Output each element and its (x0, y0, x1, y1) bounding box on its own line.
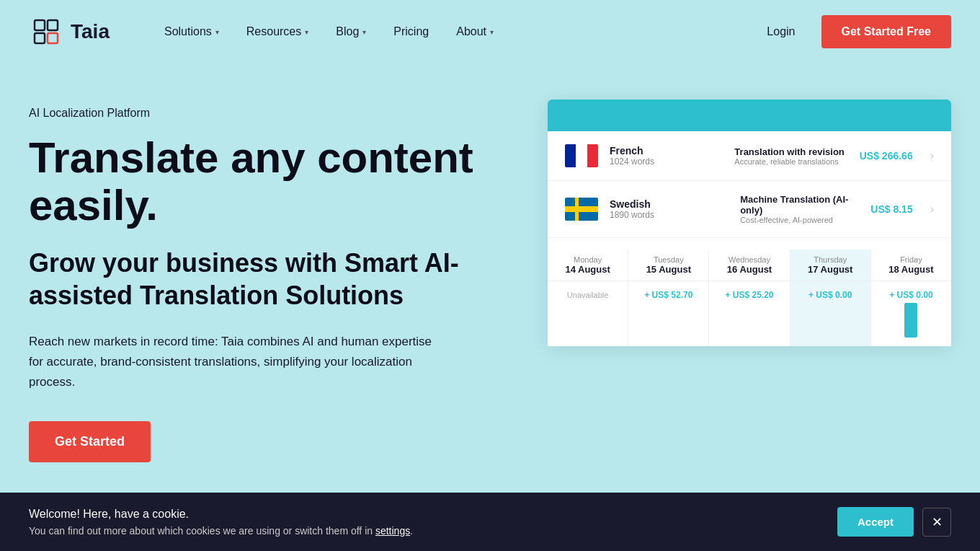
cal-cell-mon: Unavailable (548, 281, 628, 346)
lang-name: French (610, 145, 723, 157)
service-desc: Accurate, reliable translations (734, 157, 847, 166)
lang-info-french: French 1024 words (610, 145, 723, 167)
svg-rect-2 (35, 33, 45, 43)
hero-headline: Translate any content easily. (29, 134, 519, 229)
login-button[interactable]: Login (755, 18, 806, 45)
calendar-header: Monday 14 August Tuesday 15 August Wedne… (548, 250, 951, 281)
settings-link[interactable]: settings (375, 525, 410, 537)
service-desc: Cost-effective, AI-powered (740, 216, 859, 224)
lang-words: 1890 words (610, 210, 729, 220)
cookie-actions: Accept ✕ (837, 507, 951, 537)
svg-rect-1 (48, 20, 58, 30)
logo-text: Taia (71, 20, 110, 43)
table-row: French 1024 words Translation with revis… (548, 131, 951, 181)
dashboard-header (548, 100, 951, 131)
calendar-body: Unavailable + US$ 52.70 + US$ 25.20 + US… (548, 281, 951, 346)
hero-description: Reach new markets in record time: Taia c… (29, 332, 432, 392)
cookie-text: Welcome! Here, have a cookie. You can fi… (29, 508, 823, 537)
cal-cell-thu[interactable]: + US$ 0.00 (790, 281, 871, 346)
logo-link[interactable]: Taia (29, 14, 110, 49)
svg-rect-0 (35, 20, 45, 30)
cal-cell-tue[interactable]: + US$ 52.70 (628, 281, 709, 346)
flag-french (565, 144, 598, 167)
cookie-description: You can find out more about which cookie… (29, 525, 823, 537)
dashboard-card: French 1024 words Translation with revis… (548, 100, 951, 346)
cal-col-thu: Thursday 17 August (790, 250, 871, 281)
service-name: Machine Translation (AI-only) (740, 194, 859, 216)
service-info-french: Translation with revision Accurate, reli… (734, 146, 847, 166)
hero-subheadline: Grow your business with Smart AI-assiste… (29, 247, 519, 312)
accept-cookie-button[interactable]: Accept (837, 507, 914, 537)
chevron-down-icon: ▾ (215, 28, 219, 36)
hero-left: AI Localization Platform Translate any c… (29, 92, 519, 462)
cookie-title: Welcome! Here, have a cookie. (29, 508, 823, 521)
lang-info-swedish: Swedish 1890 words (610, 198, 729, 220)
table-row: Swedish 1890 words Machine Translation (… (548, 181, 951, 238)
chevron-down-icon: ▾ (362, 28, 366, 36)
nav-right: Login Get Started Free (755, 15, 951, 48)
nav-blog[interactable]: Blog ▾ (324, 18, 378, 45)
lang-words: 1024 words (610, 157, 723, 167)
chevron-right-icon: › (930, 149, 934, 162)
price-swedish: US$ 8.15 (870, 203, 912, 215)
hero-section: AI Localization Platform Translate any c… (0, 63, 980, 482)
nav-resources[interactable]: Resources ▾ (235, 18, 320, 45)
cal-col-mon: Monday 14 August (548, 250, 628, 281)
service-name: Translation with revision (734, 146, 847, 157)
logo-icon (29, 14, 63, 49)
service-info-swedish: Machine Translation (AI-only) Cost-effec… (740, 194, 859, 224)
chevron-down-icon: ▾ (305, 28, 308, 36)
lang-name: Swedish (610, 198, 729, 210)
calendar-bar (904, 303, 917, 338)
nav-solutions[interactable]: Solutions ▾ (153, 18, 231, 45)
hero-tag: AI Localization Platform (29, 107, 519, 120)
cal-col-wed: Wednesday 16 August (709, 250, 790, 281)
close-icon: ✕ (932, 514, 943, 530)
close-cookie-button[interactable]: ✕ (922, 508, 951, 537)
chevron-down-icon: ▾ (490, 28, 494, 36)
navbar: Taia Solutions ▾ Resources ▾ Blog ▾ Pric… (0, 0, 980, 63)
svg-rect-3 (48, 33, 58, 43)
cal-col-tue: Tuesday 15 August (628, 250, 709, 281)
nav-pricing[interactable]: Pricing (382, 18, 440, 45)
hero-right: French 1024 words Translation with revis… (548, 92, 951, 346)
calendar-section: Monday 14 August Tuesday 15 August Wedne… (548, 238, 951, 346)
flag-swedish (565, 198, 598, 221)
cal-cell-wed[interactable]: + US$ 25.20 (709, 281, 790, 346)
get-started-button[interactable]: Get Started (29, 421, 151, 462)
nav-about[interactable]: About ▾ (445, 18, 505, 45)
nav-links: Solutions ▾ Resources ▾ Blog ▾ Pricing A… (153, 18, 755, 45)
cal-cell-fri[interactable]: + US$ 0.00 (871, 281, 951, 346)
dashboard-body: French 1024 words Translation with revis… (548, 131, 951, 346)
cookie-banner: Welcome! Here, have a cookie. You can fi… (0, 493, 980, 551)
chevron-right-icon: › (930, 203, 934, 216)
cal-col-fri: Friday 18 August (871, 250, 951, 281)
price-french: US$ 266.66 (860, 150, 913, 162)
get-started-nav-button[interactable]: Get Started Free (821, 15, 951, 48)
